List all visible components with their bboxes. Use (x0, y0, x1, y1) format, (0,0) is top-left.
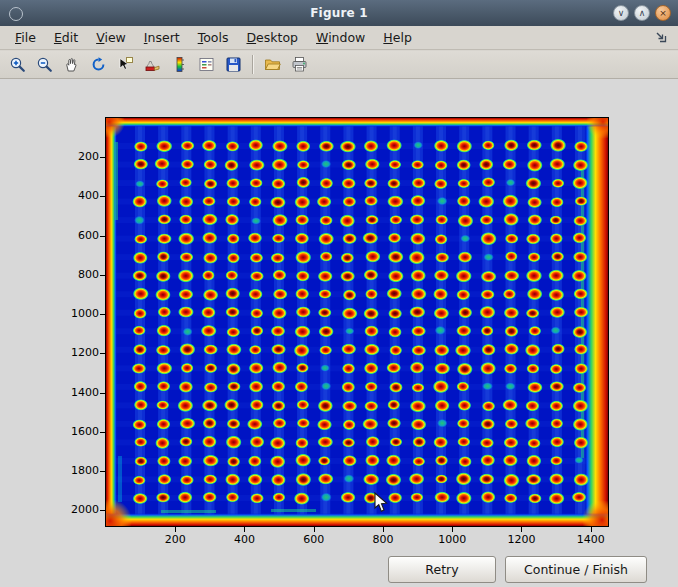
titlebar-controls: ∨∧× (613, 5, 671, 21)
menu-window[interactable]: Window (307, 27, 374, 48)
titlebar[interactable]: Figure 1 ∨∧× (0, 0, 678, 26)
shade-button[interactable]: ∨ (613, 5, 629, 21)
brush-button[interactable] (140, 52, 165, 77)
y-tick-mark (100, 353, 105, 354)
retry-button[interactable]: Retry (388, 556, 496, 583)
pan-button[interactable] (59, 52, 84, 77)
save-figure-icon (225, 56, 242, 73)
zoom-out-icon (36, 56, 53, 73)
insert-colorbar-icon (171, 56, 188, 73)
x-tick-mark (244, 527, 245, 532)
x-tick-label: 600 (292, 533, 336, 546)
insert-colorbar-button[interactable] (167, 52, 192, 77)
insert-legend-button[interactable] (194, 52, 219, 77)
y-tick-mark (100, 314, 105, 315)
zoom-in-icon (9, 56, 26, 73)
x-tick-mark (591, 527, 592, 532)
toolbar (0, 51, 678, 79)
toolbar-buttons (5, 52, 312, 77)
menu-tools[interactable]: Tools (189, 27, 238, 48)
open-file-button[interactable] (260, 52, 285, 77)
menu-desktop[interactable]: Desktop (237, 27, 307, 48)
zoom-in-button[interactable] (5, 52, 30, 77)
figure-window: Figure 1 ∨∧× FileEditViewInsertToolsDesk… (0, 0, 678, 587)
y-tick-label: 400 (55, 189, 99, 202)
y-tick-label: 2000 (55, 503, 99, 516)
toolbar-separator (252, 55, 254, 74)
insert-legend-icon (198, 56, 215, 73)
figure-canvas-area: Retry Continue / Finish 2004006008001000… (0, 79, 678, 587)
x-tick-label: 800 (361, 533, 405, 546)
rotate-3d-icon (90, 56, 107, 73)
menu-view[interactable]: View (87, 27, 135, 48)
menubar: FileEditViewInsertToolsDesktopWindowHelp (0, 26, 678, 50)
y-tick-mark (100, 157, 105, 158)
x-tick-label: 1200 (499, 533, 543, 546)
y-tick-mark (100, 393, 105, 394)
y-tick-mark (100, 432, 105, 433)
zoom-out-button[interactable] (32, 52, 57, 77)
brush-icon (144, 56, 161, 73)
y-tick-label: 1600 (55, 425, 99, 438)
y-tick-mark (100, 510, 105, 511)
open-file-icon (264, 56, 281, 73)
continue-finish-button[interactable]: Continue / Finish (505, 556, 647, 583)
x-tick-mark (521, 527, 522, 532)
menu-items: FileEditViewInsertToolsDesktopWindowHelp (6, 27, 421, 48)
print-figure-icon (291, 56, 308, 73)
y-tick-mark (100, 236, 105, 237)
y-tick-label: 1800 (55, 464, 99, 477)
y-tick-mark (100, 471, 105, 472)
y-tick-label: 800 (55, 268, 99, 281)
plot-axes (105, 117, 609, 527)
x-tick-mark (383, 527, 384, 532)
y-tick-label: 600 (55, 229, 99, 242)
menu-help[interactable]: Help (374, 27, 421, 48)
x-tick-mark (175, 527, 176, 532)
x-tick-mark (314, 527, 315, 532)
y-tick-mark (100, 196, 105, 197)
x-tick-label: 1000 (430, 533, 474, 546)
pan-icon (63, 56, 80, 73)
y-tick-label: 200 (55, 150, 99, 163)
dock-figure-icon[interactable] (655, 31, 668, 44)
data-cursor-icon (117, 56, 134, 73)
menu-file[interactable]: File (6, 27, 45, 48)
plot-canvas[interactable] (106, 118, 608, 526)
window-title: Figure 1 (0, 6, 678, 20)
menu-insert[interactable]: Insert (135, 27, 189, 48)
rotate-3d-button[interactable] (86, 52, 111, 77)
y-tick-mark (100, 275, 105, 276)
data-cursor-button[interactable] (113, 52, 138, 77)
print-figure-button[interactable] (287, 52, 312, 77)
x-tick-label: 400 (222, 533, 266, 546)
save-figure-button[interactable] (221, 52, 246, 77)
x-tick-label: 200 (153, 533, 197, 546)
y-tick-label: 1400 (55, 386, 99, 399)
y-tick-label: 1000 (55, 307, 99, 320)
x-tick-label: 1400 (569, 533, 613, 546)
menu-edit[interactable]: Edit (45, 27, 87, 48)
maximize-button[interactable]: ∧ (634, 5, 650, 21)
close-button[interactable]: × (655, 5, 671, 21)
x-tick-mark (452, 527, 453, 532)
y-tick-label: 1200 (55, 346, 99, 359)
